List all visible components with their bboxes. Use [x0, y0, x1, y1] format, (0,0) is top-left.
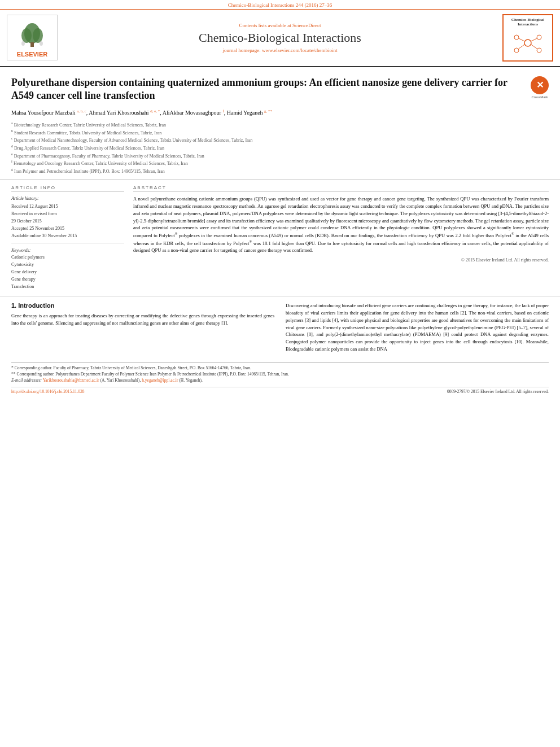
affiliations-block: a Biotechnology Research Center, Tabriz …	[11, 121, 549, 175]
crossmark-icon: ✕	[531, 76, 549, 94]
email-label: E-mail addresses:	[11, 378, 43, 383]
svg-line-13	[519, 45, 524, 49]
svg-point-10	[537, 48, 541, 53]
article-history-label: Article history:	[11, 195, 124, 202]
introduction-section: 1. Introduction Gene therapy is an appro…	[0, 296, 560, 358]
email-link-1[interactable]: Yarikhosroushahia@tbzmed.ac.ir	[43, 378, 99, 383]
keywords-label: Keywords:	[11, 248, 124, 253]
email-line: E-mail addresses: Yarikhosroushahia@tbzm…	[11, 377, 549, 383]
keyword-cytotoxicity: Cytotoxicity	[11, 261, 124, 269]
intro-right-text: Discovering and introducing biosafe and …	[286, 302, 549, 352]
copyright-line: © 2015 Elsevier Ireland Ltd. All rights …	[133, 257, 549, 263]
footnote-star2: ** Corresponding author. Polyurethanes D…	[11, 371, 549, 377]
svg-line-12	[531, 38, 537, 41]
revised-date: Received in revised form29 October 2015	[11, 211, 124, 225]
divider	[11, 243, 124, 243]
keyword-gene-delivery: Gene delivery	[11, 269, 124, 276]
journal-center-block: Contents lists available at ScienceDirec…	[63, 23, 497, 53]
elsevier-wordmark: ELSEVIER	[10, 51, 55, 58]
journal-citation-bar: Chemico-Biological Interactions 244 (201…	[0, 0, 560, 10]
intro-right-col: Discovering and introducing biosafe and …	[286, 302, 549, 352]
sciencedirect-line: Contents lists available at ScienceDirec…	[63, 23, 497, 28]
keyword-gene-therapy: Gene therapy	[11, 276, 124, 283]
main-content-area: Article Info Article history: Received 1…	[0, 180, 560, 296]
svg-point-8	[537, 35, 541, 40]
email-link-2[interactable]: h.yeganeh@ippi.ac.ir	[142, 378, 178, 383]
keywords-block: Keywords: Cationic polymers Cytotoxicity…	[11, 248, 124, 290]
abstract-column: Abstract A novel polyurethane containing…	[133, 185, 549, 290]
email-author1: (A. Yari Khosroushahi),	[100, 378, 142, 383]
crossmark-badge[interactable]: ✕ CrossMark	[531, 76, 549, 99]
svg-point-2	[33, 28, 43, 43]
article-title: Polyurethane dispersion containing quate…	[11, 76, 522, 103]
journal-logo-box: Chemico-Biological Interactions	[502, 14, 553, 62]
article-dates: Received 12 August 2015 Received in revi…	[11, 203, 124, 239]
article-info-column: Article Info Article history: Received 1…	[11, 185, 124, 290]
svg-line-11	[519, 38, 524, 41]
svg-point-4	[21, 41, 25, 46]
journal-homepage: journal homepage: www.elsevier.com/locat…	[63, 47, 497, 53]
article-header: Polyurethane dispersion containing quate…	[0, 67, 560, 180]
accepted-date: Accepted 25 November 2015	[11, 225, 124, 233]
abstract-text: A novel polyurethane containing cationic…	[133, 195, 549, 254]
footnotes-section: * Corresponding author. Faculty of Pharm…	[11, 362, 549, 384]
svg-line-14	[531, 45, 537, 49]
intro-heading: 1. Introduction	[11, 302, 274, 309]
intro-left-text: Gene therapy is an approach for treating…	[11, 312, 274, 327]
svg-rect-3	[30, 42, 34, 47]
crossmark-label: CrossMark	[531, 95, 548, 99]
svg-point-9	[514, 48, 519, 53]
intro-two-col-layout: 1. Introduction Gene therapy is an appro…	[11, 302, 549, 352]
svg-point-5	[40, 41, 43, 46]
svg-point-7	[514, 35, 519, 40]
keyword-transfection: Transfection	[11, 283, 124, 291]
keyword-cationic: Cationic polymers	[11, 254, 124, 261]
issn-text: 0009-2797/© 2015 Elsevier Ireland Ltd. A…	[447, 389, 549, 394]
intro-left-col: 1. Introduction Gene therapy is an appro…	[11, 302, 274, 352]
available-date: Available online 30 November 2015	[11, 233, 124, 240]
doi-link[interactable]: http://dx.doi.org/10.1016/j.cbi.2015.11.…	[11, 389, 84, 394]
authors-line: Mahsa Yousefpour Marzbali a, b, c, Ahmad…	[11, 108, 549, 117]
sciencedirect-link[interactable]: ScienceDirect	[292, 23, 321, 28]
bottom-bar: http://dx.doi.org/10.1016/j.cbi.2015.11.…	[11, 387, 549, 394]
abstract-heading: Abstract	[133, 185, 549, 192]
journal-logo-title1: Chemico-Biological	[506, 18, 550, 22]
journal-citation-text: Chemico-Biological Interactions 244 (201…	[228, 2, 332, 8]
journal-url[interactable]: www.elsevier.com/locate/chembioint	[262, 47, 337, 53]
svg-point-6	[524, 40, 531, 46]
title-crossmark-row: Polyurethane dispersion containing quate…	[11, 76, 549, 103]
email-author2: (H. Yeganeh).	[179, 378, 203, 383]
journal-header: ELSEVIER Contents lists available at Sci…	[0, 10, 560, 67]
article-history-block: Article history: Received 12 August 2015…	[11, 195, 124, 239]
svg-point-1	[21, 28, 32, 43]
journal-title: Chemico-Biological Interactions	[63, 30, 497, 45]
article-info-heading: Article Info	[11, 185, 124, 192]
journal-logo-title2: Interactions	[506, 22, 550, 27]
received-date: Received 12 August 2015	[11, 203, 124, 211]
journal-logo-right: Chemico-Biological Interactions	[502, 14, 553, 62]
footnote-star1: * Corresponding author. Faculty of Pharm…	[11, 365, 549, 371]
elsevier-logo: ELSEVIER	[7, 15, 58, 60]
